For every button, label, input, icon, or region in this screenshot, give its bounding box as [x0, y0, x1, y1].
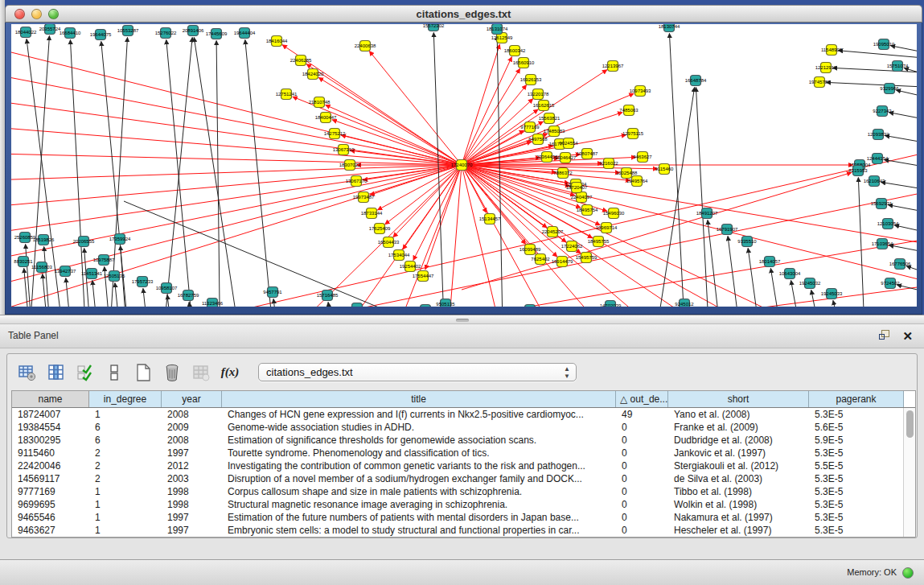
table-scrollbar[interactable] — [903, 408, 915, 537]
table-column-button[interactable] — [44, 360, 68, 385]
cell-name: 18724007 — [12, 408, 89, 421]
graph-edge[interactable] — [413, 165, 462, 260]
close-window-button[interactable] — [14, 9, 25, 19]
graph-edge[interactable] — [826, 82, 917, 87]
graph-edge[interactable] — [462, 165, 510, 307]
network-canvas[interactable]: 1724007022406285184240201275124121810748… — [11, 24, 917, 307]
graph-edge[interactable] — [11, 40, 462, 165]
graph-edge[interactable] — [273, 299, 282, 307]
graph-edge[interactable] — [889, 113, 917, 119]
graph-edge[interactable] — [906, 266, 917, 272]
table-row[interactable]: 911546021997Tourette syndrome. Phenomeno… — [12, 447, 915, 459]
graph-node-label: 17445609 — [206, 31, 228, 36]
table-selector-dropdown[interactable]: citations_edges.txt ▲▼ — [258, 363, 577, 381]
graph-edge[interactable] — [425, 165, 462, 270]
window-titlebar[interactable]: citations_edges.txt — [5, 5, 922, 23]
graph-edge[interactable] — [894, 225, 917, 232]
graph-edge[interactable] — [696, 87, 711, 307]
table-row[interactable]: 1456911722003Disruption of a novel membe… — [12, 472, 915, 485]
graph-edge[interactable] — [70, 39, 88, 307]
table-settings-button[interactable] — [15, 360, 39, 385]
column-header-in_degree[interactable]: in_degree — [89, 391, 162, 407]
graph-edge[interactable] — [889, 245, 917, 252]
table-row[interactable]: 946362711997Embryonic stem cells: a mode… — [12, 524, 915, 537]
table-scrollbar-thumb[interactable] — [906, 410, 914, 438]
graph-edge[interactable] — [884, 159, 917, 167]
graph-edge[interactable] — [888, 205, 917, 212]
graph-edge[interactable] — [332, 120, 462, 165]
graph-edge[interactable] — [11, 68, 462, 165]
graph-node-label: 9335510 — [737, 239, 757, 244]
graph-edge[interactable] — [858, 177, 866, 307]
graph-edge[interactable] — [369, 51, 462, 165]
divider-grip-icon[interactable] — [456, 319, 469, 322]
select-columns-button[interactable] — [73, 360, 97, 385]
column-header-out_degree[interactable]: △ out_de... — [616, 391, 668, 407]
cell-pagerank: 5.9E-5 — [809, 434, 904, 447]
graph-edge[interactable] — [462, 68, 520, 165]
graph-node[interactable] — [525, 305, 536, 307]
graph-node-label: 12093832 — [868, 132, 889, 137]
column-header-name[interactable]: name — [12, 391, 89, 407]
cell-short: Jankovic et al. (1997) — [668, 447, 809, 459]
graph-node-label: 18519826 — [33, 237, 55, 242]
graph-edge[interactable] — [885, 135, 917, 142]
graph-edge[interactable] — [904, 68, 917, 74]
graph-edge[interactable] — [462, 165, 832, 307]
graph-edge[interactable] — [11, 165, 462, 294]
graph-edge[interactable] — [166, 39, 196, 307]
table-row[interactable]: 977716911998Corpus callosum shape and si… — [12, 485, 915, 498]
minimize-window-button[interactable] — [31, 9, 42, 19]
graph-edge[interactable] — [143, 288, 152, 307]
graph-edge[interactable] — [748, 248, 765, 307]
graph-edge[interactable] — [108, 37, 127, 307]
graph-edge[interactable] — [160, 37, 192, 307]
memory-ok-indicator-icon[interactable] — [902, 567, 914, 579]
graph-node-label: 16210643 — [864, 179, 885, 183]
graph-edge[interactable] — [881, 182, 917, 189]
new-table-button[interactable] — [131, 360, 155, 385]
graph-node[interactable] — [421, 305, 431, 307]
graph-node-label: 10553287 — [117, 28, 139, 33]
table-row[interactable]: 2242004622012Investigating the contribut… — [12, 459, 915, 472]
network-svg[interactable]: 1724007022406285184240201275124121810748… — [11, 24, 917, 307]
function-builder-button[interactable]: f(x) — [218, 360, 242, 385]
close-panel-icon[interactable]: ✕ — [902, 330, 913, 342]
network-window: citations_edges.txt 17240070224062851842… — [5, 5, 922, 315]
table-row[interactable]: 946554611997Estimation of the future num… — [12, 511, 915, 524]
graph-edge[interactable] — [833, 300, 849, 307]
graph-node-label: 12444154 — [867, 156, 889, 161]
graph-edge[interactable] — [11, 97, 462, 165]
delete-table-button[interactable] — [160, 360, 184, 385]
column-header-year[interactable]: year — [162, 391, 222, 407]
graph-edge[interactable] — [167, 295, 176, 307]
graph-edge[interactable] — [216, 40, 220, 307]
network-desktop: citations_edges.txt 17240070224062851842… — [0, 0, 924, 315]
graph-edge[interactable] — [328, 302, 337, 307]
graph-node-label: 13067170 — [346, 179, 368, 183]
table-row[interactable]: 1938455462009Genome-wide association stu… — [12, 421, 915, 434]
graph-edge[interactable] — [11, 153, 462, 165]
graph-edge[interactable] — [245, 39, 277, 307]
graph-edge[interactable] — [838, 51, 917, 58]
column-header-title[interactable]: title — [222, 391, 616, 407]
zoom-window-button[interactable] — [48, 9, 59, 19]
panel-divider[interactable] — [0, 315, 924, 324]
table-row[interactable]: 1872400712008Changes of HCN gene express… — [12, 408, 915, 421]
graph-node-label: 16776506 — [889, 262, 911, 266]
graph-edge[interactable] — [44, 246, 53, 307]
column-header-short[interactable]: short — [668, 391, 809, 407]
graph-edge[interactable] — [896, 90, 917, 97]
rows-button[interactable] — [102, 360, 126, 385]
table-row[interactable]: 1830029562008Estimation of significance … — [12, 434, 915, 447]
table-row[interactable]: 969969511998Structural magnetic resonanc… — [12, 498, 915, 511]
float-panel-icon[interactable] — [879, 330, 891, 342]
graph-edge[interactable] — [60, 185, 917, 307]
graph-edge[interactable] — [66, 278, 75, 307]
graph-edge[interactable] — [832, 68, 917, 72]
graph-edge[interactable] — [11, 125, 462, 165]
graph-edge[interactable] — [115, 282, 124, 307]
column-header-pagerank[interactable]: pagerank — [809, 391, 904, 407]
graph-node-label: 19495764 — [626, 179, 648, 183]
graph-edge[interactable] — [92, 280, 101, 307]
